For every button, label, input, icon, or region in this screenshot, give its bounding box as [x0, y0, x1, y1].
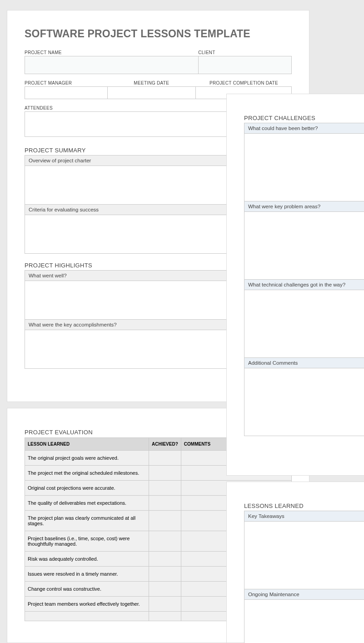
textarea-takeaways[interactable] [244, 521, 364, 589]
input-client[interactable] [198, 56, 292, 74]
cell-achieved[interactable] [149, 582, 181, 597]
section-project-challenges: PROJECT CHALLENGES [244, 115, 364, 121]
th-achieved: ACHIEVED? [149, 438, 181, 451]
cell-achieved[interactable] [149, 567, 181, 582]
subheader-additional: Additional Comments [244, 358, 364, 368]
label-project-manager: PROJECT MANAGER [25, 80, 107, 85]
cell-achieved[interactable] [149, 481, 181, 496]
cell-achieved[interactable] [149, 496, 181, 511]
page-4: LESSONS LEARNED Key Takeaways Ongoing Ma… [226, 482, 364, 643]
subheader-maintenance: Ongoing Maintenance [244, 589, 364, 599]
row-project-client-inputs [25, 56, 292, 74]
document-title: SOFTWARE PROJECT LESSONS TEMPLATE [25, 28, 292, 40]
input-project-name[interactable] [25, 56, 198, 74]
label-completion-date: PROJECT COMPLETION DATE [195, 80, 292, 85]
cell-achieved[interactable] [149, 451, 181, 466]
subheader-technical: What technical challenges got in the way… [244, 280, 364, 290]
cell-achieved[interactable] [149, 612, 181, 621]
textarea-technical[interactable] [244, 290, 364, 358]
cell-achieved[interactable] [149, 531, 181, 552]
label-meeting-date: MEETING DATE [107, 80, 195, 85]
textarea-better[interactable] [244, 133, 364, 201]
subheader-problem-areas: What were key problem areas? [244, 201, 364, 211]
input-meeting-date[interactable] [107, 86, 195, 99]
page-3: PROJECT CHALLENGES What could have been … [226, 94, 364, 476]
subheader-takeaways: Key Takeaways [244, 511, 364, 521]
subheader-better: What could have been better? [244, 123, 364, 133]
textarea-maintenance[interactable] [244, 599, 364, 643]
cell-achieved[interactable] [149, 466, 181, 481]
section-lessons-learned: LESSONS LEARNED [244, 502, 364, 509]
cell-achieved[interactable] [149, 597, 181, 612]
textarea-additional[interactable] [244, 368, 364, 436]
textarea-problem-areas[interactable] [244, 211, 364, 280]
label-client: CLIENT [198, 50, 292, 55]
label-project-name: PROJECT NAME [25, 50, 198, 55]
cell-achieved[interactable] [149, 552, 181, 567]
row-project-client: PROJECT NAME CLIENT [25, 50, 292, 56]
cell-achieved[interactable] [149, 511, 181, 531]
input-project-manager[interactable] [25, 86, 107, 99]
row-mgr-dates-labels: PROJECT MANAGER MEETING DATE PROJECT COM… [25, 80, 292, 86]
th-lesson: LESSON LEARNED [25, 438, 149, 451]
